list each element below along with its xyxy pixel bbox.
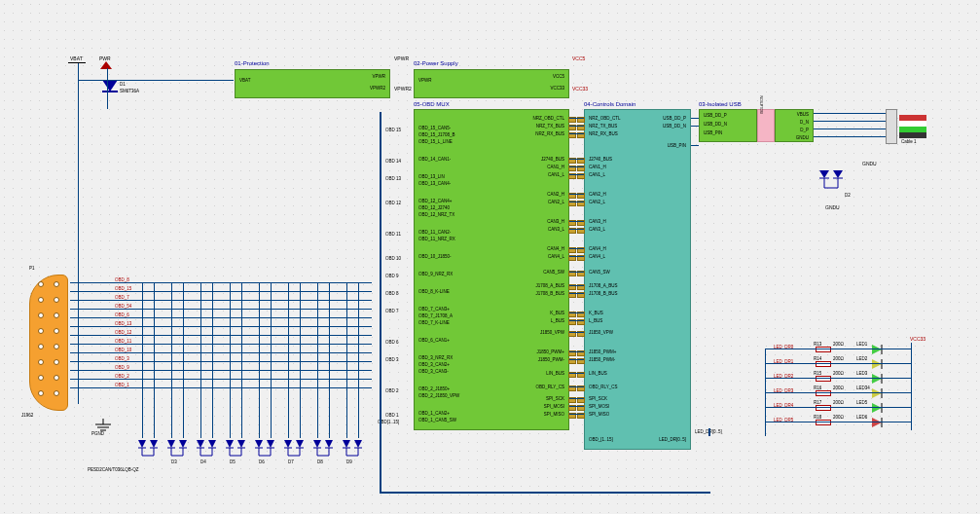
- mux-bus-label: OBD 6: [385, 340, 565, 345]
- obd-net: OBD_13: [115, 321, 131, 326]
- ctl-lpin: NRZ_RX_BUS: [589, 131, 618, 136]
- usb-cable-icon: [899, 115, 926, 138]
- p1-pin: [54, 281, 59, 287]
- ctl-lpin: OBD_RLY_CS: [589, 385, 617, 389]
- block-03-usb-left: USB_DD_PUSB_DD_NUSB_PIN: [699, 109, 757, 142]
- led-ref: LED6: [856, 415, 867, 420]
- obd-net: OBD_8: [115, 277, 129, 282]
- ctl-lpin: CAN3_L: [589, 227, 605, 232]
- mux-lpin: OBD_7_K-LINE: [418, 320, 450, 325]
- tvs-diode-icon: [165, 438, 189, 459]
- mux-lpin: OBD_3_CAN2+: [418, 362, 450, 367]
- mux-rpin: NRZ_TX_BUS: [536, 124, 564, 128]
- mux-rpin: K_BUS: [550, 311, 564, 315]
- block-01-protection: VBAT VPWR VPWR2: [235, 69, 390, 98]
- pin-vpwr2: VPWR2: [370, 86, 385, 91]
- ctl-lpin: SPI_SCK: [589, 396, 607, 401]
- mux-bus-label: OBD 14: [385, 159, 565, 164]
- svg-marker-0: [100, 61, 112, 69]
- svg-marker-14: [138, 440, 146, 448]
- obd-net: OBD_11: [115, 339, 131, 344]
- block-01-title: 01-Protection: [235, 60, 270, 66]
- ctl-rpin: USB_DD_N: [663, 124, 686, 128]
- block-02-title: 02-Power Supply: [414, 60, 458, 66]
- schematic-canvas: VBAT PWR D1 SM6T36A 01-Protection VBAT V…: [0, 0, 980, 514]
- ctl-lpin: CAN1_H: [589, 165, 606, 169]
- obd-net: OBD_3: [115, 356, 129, 361]
- rail-vbat: VBAT: [70, 55, 83, 61]
- svg-marker-80: [872, 418, 882, 427]
- svg-marker-72: [872, 359, 882, 369]
- ctl-bus-in: OBD_[1..15]: [589, 437, 613, 442]
- svg-marker-56: [313, 440, 321, 448]
- isolation-label: ISOLATION: [760, 96, 764, 114]
- svg-marker-51: [296, 440, 304, 448]
- component-d1: [102, 80, 118, 103]
- res-ref: R18: [814, 415, 821, 420]
- p1-pin: [38, 328, 44, 334]
- ctl-lpin: CAN3_H: [589, 219, 606, 224]
- tvs-ref: D8: [317, 459, 323, 464]
- mux-rpin: J2740_BUS: [541, 157, 564, 162]
- tvs-ref: D5: [230, 459, 236, 464]
- mux-bus-label: OBD 9: [385, 274, 565, 278]
- svg-marker-42: [255, 440, 263, 448]
- resistor: [816, 420, 831, 425]
- tvs-diode-icon: [195, 438, 218, 459]
- mux-bus-label: OBD 11: [385, 232, 565, 237]
- svg-marker-58: [325, 440, 333, 448]
- ctl-lpin: J1708_A_BUS: [589, 283, 618, 288]
- mux-rpin: NRZ_RX_BUS: [535, 131, 564, 136]
- led-icon: [872, 359, 886, 369]
- svg-marker-70: [872, 345, 882, 354]
- rail-vcc33: VCC33: [572, 86, 588, 92]
- svg-marker-74: [872, 374, 882, 384]
- rail-vcc5: VCC5: [572, 55, 585, 61]
- led-ref: LED3: [856, 371, 867, 376]
- pin-vpwr-in: VPWR: [418, 78, 432, 83]
- usb-rpin: VBUS: [797, 112, 809, 117]
- mux-rpin: OBD_RLY_CS: [536, 385, 564, 389]
- mux-rpin: CAN3_L: [548, 227, 564, 232]
- resistor: [816, 405, 831, 411]
- p1-type: J1962: [21, 413, 33, 418]
- pgnd-label: PGND: [91, 431, 104, 436]
- mux-rpin: CAN5_SW: [543, 270, 564, 275]
- ctl-lpin: CAN4_H: [589, 246, 606, 251]
- svg-marker-76: [872, 388, 882, 398]
- vcc33-leds: VCC33: [910, 336, 926, 342]
- pgnd-icon: [93, 419, 113, 432]
- ctl-lpin: CAN2_L: [589, 200, 605, 204]
- svg-marker-5: [833, 170, 843, 178]
- p1-pin: [54, 312, 59, 318]
- cable-ref: Cable 1: [901, 139, 917, 144]
- svg-marker-78: [872, 403, 882, 413]
- obd-net: OBD_12: [115, 330, 131, 335]
- ctl-lpin: L_BUS: [589, 318, 602, 323]
- obd-net: OBD_54: [115, 304, 131, 309]
- mux-bus-label: OBD 12: [385, 201, 565, 205]
- p1-pin: [38, 281, 44, 287]
- ctl-lpin: SPI_MOSI: [589, 404, 609, 409]
- svg-marker-35: [226, 440, 234, 448]
- usb-rpin: GNDU: [796, 135, 809, 140]
- mux-lpin: OBD_3_CAN3-: [418, 369, 449, 374]
- block-02-power: VPWR VCC5 VCC33: [414, 69, 569, 98]
- tvs-diode-icon: [136, 438, 160, 459]
- res-ref: R16: [814, 386, 821, 390]
- ctl-lpin: LIN_BUS: [589, 371, 607, 376]
- ctl-lpin: K_BUS: [589, 311, 603, 315]
- mux-rpin: J1850_PWM+: [537, 349, 564, 354]
- ctl-lpin: NRZ_TX_BUS: [589, 124, 617, 128]
- res-val: 200Ω: [833, 400, 844, 405]
- rail-vpwr: VPWR: [394, 55, 409, 61]
- res-val: 200Ω: [833, 371, 844, 376]
- tvs-ref: D3: [171, 459, 177, 464]
- ctl-rpin: USB_PIN: [668, 143, 686, 148]
- pin-vcc5: VCC5: [553, 74, 564, 79]
- ctl-lpin: CAN4_L: [589, 254, 605, 259]
- block-05-mux: OBD_15_CAN5-OBD_15_J1708_BOBD_15_L_LINEO…: [414, 109, 569, 430]
- res-val: 200Ω: [833, 386, 844, 390]
- obd-net: OBD_7: [115, 295, 129, 300]
- mux-lpin: OBD_11_NRZ_RX: [418, 237, 455, 241]
